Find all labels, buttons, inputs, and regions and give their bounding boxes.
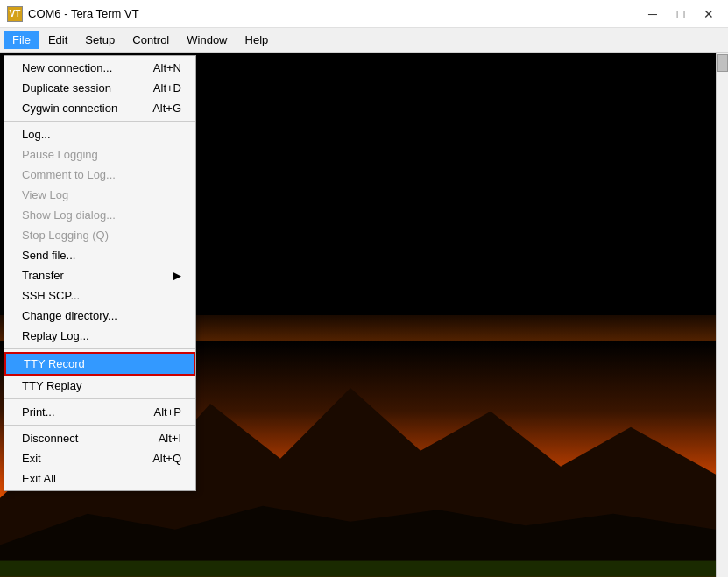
menu-file[interactable]: File New connection... Alt+N Duplicate s… (4, 31, 39, 49)
maximize-button[interactable]: □ (668, 5, 693, 23)
menu-duplicate-session[interactable]: Duplicate session Alt+D (4, 78, 195, 98)
menu-cygwin-connection[interactable]: Cygwin connection Alt+G (4, 98, 195, 118)
menu-tty-replay[interactable]: TTY Replay (4, 376, 195, 396)
menu-show-log-dialog: Show Log dialog... (4, 205, 195, 225)
menu-tty-record[interactable]: TTY Record (4, 352, 195, 376)
window-title: COM6 - Tera Term VT (28, 7, 640, 20)
menu-replay-log[interactable]: Replay Log... (4, 326, 195, 346)
menu-change-directory[interactable]: Change directory... (4, 306, 195, 326)
menu-window[interactable]: Window (178, 31, 236, 49)
menu-control[interactable]: Control (124, 31, 178, 49)
app-icon: VT (7, 6, 23, 22)
scrollbar-thumb[interactable] (717, 54, 728, 72)
close-button[interactable]: ✕ (696, 5, 721, 23)
minimize-button[interactable]: ─ (640, 5, 665, 23)
menu-print[interactable]: Print... Alt+P (4, 402, 195, 422)
window-controls: ─ □ ✕ (640, 5, 721, 23)
menu-log[interactable]: Log... (4, 124, 195, 144)
menu-setup[interactable]: Setup (76, 31, 124, 49)
menu-ssh-scp[interactable]: SSH SCP... (4, 285, 195, 306)
menu-transfer[interactable]: Transfer ▶ (4, 265, 195, 285)
titlebar: VT COM6 - Tera Term VT ─ □ ✕ (0, 0, 728, 28)
menu-pause-logging: Pause Logging (4, 144, 195, 165)
separator-1 (4, 121, 195, 122)
menu-comment-to-log: Comment to Log... (4, 165, 195, 185)
menu-stop-logging: Stop Logging (Q) (4, 225, 195, 245)
svg-rect-3 (0, 561, 716, 577)
scrollbar[interactable] (716, 53, 728, 577)
main-window: VT COM6 - Tera Term VT ─ □ ✕ File New co… (0, 0, 728, 577)
menu-send-file[interactable]: Send file... (4, 245, 195, 265)
menu-disconnect[interactable]: Disconnect Alt+I (4, 428, 195, 448)
menu-help[interactable]: Help (237, 31, 278, 49)
menu-exit-all[interactable]: Exit All (4, 468, 195, 489)
separator-2 (4, 348, 195, 349)
separator-3 (4, 398, 195, 399)
separator-4 (4, 425, 195, 426)
menubar: File New connection... Alt+N Duplicate s… (0, 28, 728, 53)
menu-new-connection[interactable]: New connection... Alt+N (4, 58, 195, 78)
file-dropdown: New connection... Alt+N Duplicate sessio… (4, 55, 196, 491)
menu-view-log: View Log (4, 185, 195, 205)
menu-exit[interactable]: Exit Alt+Q (4, 448, 195, 468)
menu-edit[interactable]: Edit (39, 31, 76, 49)
